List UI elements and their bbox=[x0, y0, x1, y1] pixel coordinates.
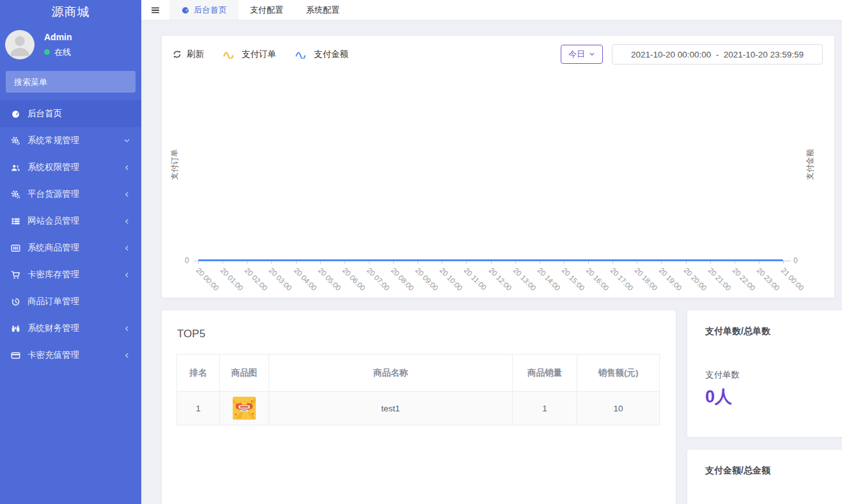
tab-payment-config[interactable]: 支付配置 bbox=[238, 0, 295, 20]
stat-card-title: 支付金额/总金额 bbox=[687, 450, 842, 477]
topbar: 后台首页 支付配置 系统配置 bbox=[141, 0, 842, 20]
menu-search bbox=[6, 71, 136, 93]
axis-tick bbox=[612, 261, 613, 264]
axis-tick bbox=[540, 261, 540, 264]
axis-tick bbox=[271, 261, 272, 264]
sidebar-item-card-stock[interactable]: 卡密库存管理 bbox=[0, 261, 141, 288]
x-axis-label: 20 18:00 bbox=[634, 266, 659, 292]
axis-tick bbox=[783, 261, 784, 264]
amount-cell: 10 bbox=[577, 392, 660, 425]
legend-pay-amount[interactable]: 支付金额 bbox=[295, 49, 348, 60]
tab-label: 后台首页 bbox=[194, 4, 227, 16]
x-axis-label: 20 21:00 bbox=[706, 266, 732, 292]
x-axis-label: 20 14:00 bbox=[536, 266, 561, 292]
sidebar-item-system-general[interactable]: 系统常规管理 bbox=[0, 127, 141, 154]
sidebar-item-goods-order[interactable]: 商品订单管理 bbox=[0, 288, 141, 315]
chevron-left-icon bbox=[123, 191, 130, 198]
tab-label: 系统配置 bbox=[306, 4, 339, 16]
sidebar-item-system-goods[interactable]: 系统商品管理 bbox=[0, 234, 141, 261]
y-axis-tick-left: 0 bbox=[185, 256, 189, 265]
top5-card: TOP5 排名商品图商品名称商品销量销售额(元) 1 test1 1 10 bbox=[162, 310, 676, 504]
rank-cell: 1 bbox=[177, 392, 220, 425]
search-icon[interactable] bbox=[128, 77, 129, 86]
dashboard-icon bbox=[11, 109, 20, 119]
line-chart: 支付订单 支付金额 0 0 20 00:0020 01:0020 02:0020… bbox=[162, 36, 834, 298]
sales-cell: 1 bbox=[513, 392, 577, 425]
sidebar-item-label: 后台首页 bbox=[27, 108, 130, 119]
table-header-cell: 排名 bbox=[177, 355, 220, 392]
refresh-icon bbox=[173, 50, 182, 59]
stat-metric-value: 0人 bbox=[687, 381, 842, 408]
sidebar-toggle-button[interactable] bbox=[141, 0, 169, 20]
stat-metric-label: 支付单数 bbox=[687, 337, 842, 381]
x-axis-label: 20 23:00 bbox=[755, 266, 781, 292]
table-header-cell: 商品名称 bbox=[269, 355, 513, 392]
y-axis-tick-right: 0 bbox=[793, 256, 798, 265]
sidebar-item-label: 系统商品管理 bbox=[27, 242, 123, 254]
x-axis-label: 20 07:00 bbox=[365, 266, 391, 292]
table-header-cell: 商品图 bbox=[220, 355, 269, 392]
axis-tick bbox=[515, 261, 516, 264]
axis-tick bbox=[637, 261, 637, 264]
x-axis-label: 20 15:00 bbox=[560, 266, 586, 292]
date-preset-label: 今日 bbox=[568, 49, 585, 60]
axis-tick bbox=[759, 261, 760, 264]
list-icon bbox=[11, 217, 20, 226]
x-axis-label: 20 22:00 bbox=[731, 266, 756, 292]
image-cell bbox=[220, 392, 269, 425]
x-axis-label: 20 01:00 bbox=[219, 266, 245, 292]
search-input[interactable] bbox=[13, 77, 128, 88]
chevron-left-icon bbox=[123, 352, 130, 359]
axis-tick bbox=[198, 261, 199, 264]
binoculars-icon bbox=[11, 324, 20, 333]
user-silhouette-icon bbox=[5, 30, 35, 59]
top5-title: TOP5 bbox=[162, 310, 676, 340]
sidebar-item-label: 系统财务管理 bbox=[27, 323, 123, 334]
card-icon bbox=[11, 243, 20, 253]
axis-tick bbox=[320, 261, 321, 264]
x-axis-label: 20 04:00 bbox=[292, 266, 318, 292]
x-axis-label: 20 17:00 bbox=[609, 266, 635, 292]
dashboard-icon bbox=[181, 6, 190, 15]
table-header-cell: 商品销量 bbox=[513, 355, 577, 392]
axis-tick bbox=[588, 261, 589, 264]
chevron-down-icon bbox=[123, 137, 130, 144]
product-image[interactable] bbox=[233, 403, 256, 413]
legend-pay-orders[interactable]: 支付订单 bbox=[223, 49, 276, 60]
date-range-input[interactable] bbox=[612, 44, 823, 65]
x-axis-label: 20 12:00 bbox=[487, 266, 513, 292]
axis-tick bbox=[247, 261, 247, 264]
sidebar-item-platform-supply[interactable]: 平台货源管理 bbox=[0, 181, 141, 208]
avatar[interactable] bbox=[5, 30, 35, 59]
sidebar-item-label: 商品订单管理 bbox=[27, 296, 130, 307]
tab-bar: 后台首页 支付配置 系统配置 bbox=[169, 0, 351, 20]
axis-tick bbox=[735, 261, 735, 264]
sidebar-item-home[interactable]: 后台首页 bbox=[0, 100, 141, 127]
sidebar: 源商城 Admin 在线 后台首页 bbox=[0, 0, 141, 504]
tab-system-config[interactable]: 系统配置 bbox=[295, 0, 351, 20]
chevron-left-icon bbox=[123, 325, 130, 332]
axis-tick bbox=[466, 261, 467, 264]
x-axis-label: 20 03:00 bbox=[268, 266, 293, 292]
chart-series-line bbox=[198, 259, 783, 261]
history-icon bbox=[11, 297, 20, 307]
stat-card-title: 支付单数/总单数 bbox=[687, 310, 842, 337]
x-axis-label: 20 00:00 bbox=[195, 266, 221, 292]
y-axis-label-right: 支付金额 bbox=[805, 139, 816, 190]
x-axis-label: 20 05:00 bbox=[316, 266, 342, 292]
refresh-button[interactable]: 刷新 bbox=[173, 49, 204, 60]
axis-tick bbox=[393, 261, 394, 264]
sidebar-item-system-permission[interactable]: 系统权限管理 bbox=[0, 154, 141, 181]
tab-home[interactable]: 后台首页 bbox=[169, 0, 238, 20]
sidebar-item-card-recharge[interactable]: 卡密充值管理 bbox=[0, 342, 141, 369]
x-axis-line bbox=[194, 261, 791, 261]
x-axis-label: 20 13:00 bbox=[511, 266, 537, 292]
refresh-label: 刷新 bbox=[187, 49, 204, 60]
sidebar-menu: 后台首页 系统常规管理 系统权限管理 平台货源管理 网站会员管理 系统商品管理 … bbox=[0, 100, 141, 369]
name-cell: test1 bbox=[269, 392, 513, 425]
creditcard-icon bbox=[11, 351, 20, 360]
date-preset-button[interactable]: 今日 bbox=[561, 45, 603, 64]
sidebar-item-site-member[interactable]: 网站会员管理 bbox=[0, 208, 141, 234]
user-name: Admin bbox=[44, 32, 72, 42]
sidebar-item-system-finance[interactable]: 系统财务管理 bbox=[0, 315, 141, 342]
